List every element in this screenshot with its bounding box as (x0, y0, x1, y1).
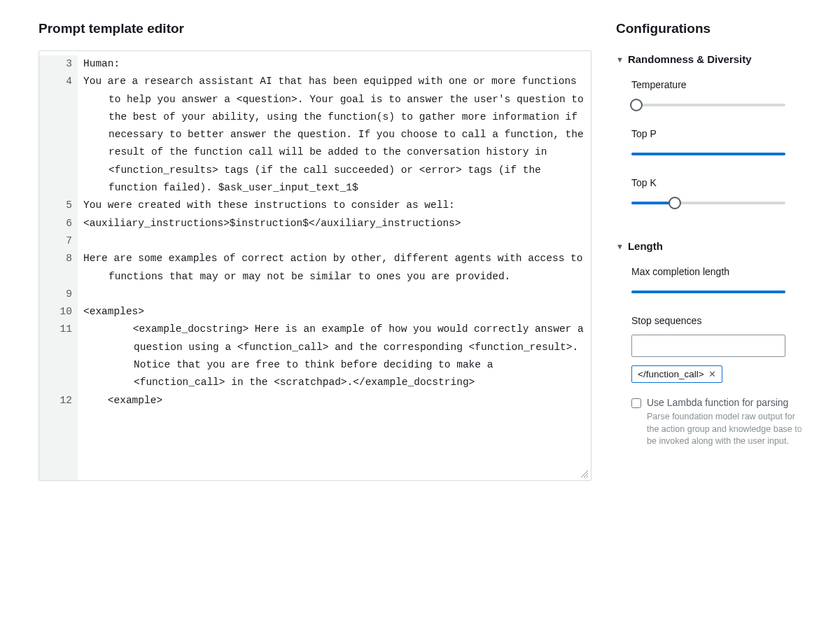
line-number: 10 (39, 303, 78, 321)
code-line[interactable]: <example> (78, 392, 591, 410)
code-line[interactable]: <auxiliary_instructions>$instruction$</a… (78, 215, 591, 232)
top-p-slider[interactable] (631, 148, 785, 160)
param-max-completion-length: Max completion length (631, 266, 840, 298)
line-number: 8 (39, 250, 78, 286)
code-line[interactable]: <example_docstring> Here is an example o… (78, 321, 591, 391)
temperature-slider[interactable] (631, 99, 785, 111)
editor-code-area[interactable]: 3Human:4You are a research assistant AI … (39, 51, 591, 480)
caret-down-icon: ▼ (616, 55, 624, 64)
param-top-k: Top K (631, 177, 840, 209)
resize-handle-icon[interactable] (580, 469, 588, 477)
stop-sequences-input[interactable] (631, 335, 785, 357)
param-label: Top K (631, 177, 840, 188)
prompt-template-editor[interactable]: 3Human:4You are a research assistant AI … (38, 50, 592, 481)
line-number: 11 (39, 321, 78, 391)
param-label: Temperature (631, 79, 840, 90)
code-line[interactable]: <examples> (78, 303, 591, 321)
stop-sequence-chip: </function_call> ✕ (631, 365, 722, 383)
stop-sequences-chips: </function_call> ✕ (631, 365, 840, 383)
close-icon[interactable]: ✕ (708, 369, 716, 379)
line-number: 6 (39, 215, 78, 232)
param-temperature: Temperature (631, 79, 840, 111)
param-label: Stop sequences (631, 315, 840, 326)
editor-title: Prompt template editor (38, 21, 592, 36)
code-line[interactable]: You are a research assistant AI that has… (78, 73, 591, 197)
section-toggle-randomness[interactable]: ▼ Randomness & Diversity (616, 53, 840, 65)
slider-thumb[interactable] (668, 197, 681, 209)
code-line[interactable] (78, 286, 591, 303)
chip-text: </function_call> (638, 369, 704, 379)
code-line[interactable] (78, 232, 591, 250)
line-number: 9 (39, 286, 78, 303)
code-line[interactable]: Here are some examples of correct action… (78, 250, 591, 286)
slider-thumb[interactable] (630, 99, 643, 111)
line-number: 12 (39, 392, 78, 410)
param-top-p: Top P (631, 128, 840, 160)
checkbox-label: Use Lambda function for parsing (647, 397, 788, 408)
lambda-parser-checkbox-row: Use Lambda function for parsing (631, 397, 840, 408)
app-root: Prompt template editor 3Human:4You are a… (0, 0, 840, 630)
config-panel: Configurations ▼ Randomness & Diversity … (592, 0, 840, 630)
editor-panel: Prompt template editor 3Human:4You are a… (0, 0, 592, 630)
line-number: 3 (39, 55, 78, 73)
code-line[interactable]: Human: (78, 55, 591, 73)
section-label: Length (628, 240, 663, 252)
section-label: Randomness & Diversity (628, 53, 752, 65)
caret-down-icon: ▼ (616, 242, 624, 251)
line-number: 7 (39, 232, 78, 250)
param-stop-sequences: Stop sequences (631, 315, 840, 326)
code-line[interactable]: You were created with these instructions… (78, 197, 591, 214)
line-number: 4 (39, 73, 78, 197)
top-k-slider[interactable] (631, 197, 785, 209)
line-number: 5 (39, 197, 78, 214)
param-label: Max completion length (631, 266, 840, 277)
section-toggle-length[interactable]: ▼ Length (616, 240, 840, 252)
config-title: Configurations (616, 21, 840, 36)
max-length-slider[interactable] (631, 286, 785, 298)
lambda-parser-checkbox[interactable] (631, 398, 641, 408)
param-label: Top P (631, 128, 840, 139)
checkbox-help-text: Parse foundation model raw output for th… (647, 411, 808, 448)
